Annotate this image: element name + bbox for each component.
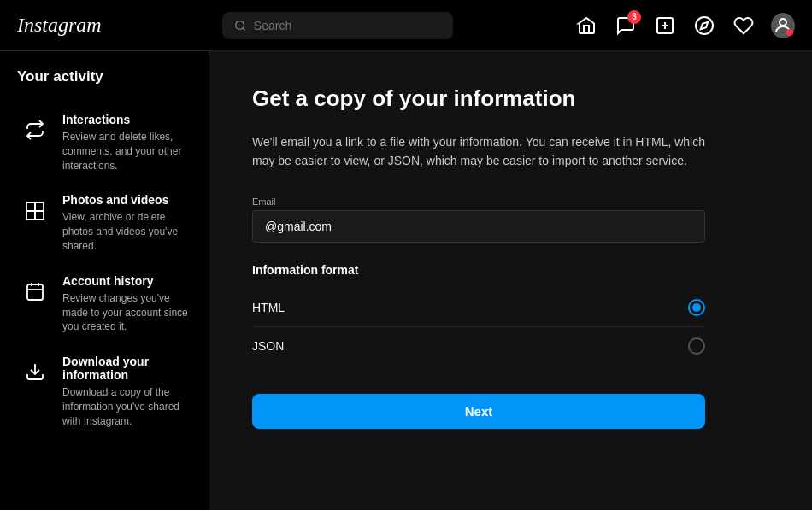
instagram-logo: Instagram [17, 14, 102, 37]
svg-point-0 [236, 21, 244, 29]
svg-point-4 [696, 17, 713, 34]
heart-button[interactable] [732, 14, 756, 38]
account-history-desc: Review changes you've made to your accou… [62, 291, 191, 334]
messages-badge: 3 [627, 10, 641, 24]
json-radio-button[interactable] [688, 337, 705, 355]
format-title: Information format [252, 263, 705, 277]
sidebar-title: Your activity [0, 68, 209, 103]
search-input[interactable] [254, 19, 441, 32]
interactions-desc: Review and delete likes, comments, and y… [62, 130, 191, 173]
svg-rect-7 [26, 202, 35, 211]
explore-button[interactable] [692, 14, 716, 38]
messages-button[interactable]: 3 [614, 14, 638, 38]
svg-rect-8 [35, 202, 44, 211]
svg-rect-10 [35, 211, 44, 220]
avatar-button[interactable] [771, 14, 795, 38]
top-nav: Instagram 3 [0, 0, 812, 51]
nav-icons: 3 [574, 14, 795, 38]
main-content: Get a copy of your information We'll ema… [209, 51, 812, 510]
notification-dot [786, 29, 793, 36]
sidebar-item-photos-videos[interactable]: Photos and videos View, archive or delet… [0, 183, 209, 263]
format-section: Information format HTML JSON [252, 263, 705, 365]
sidebar-item-account-history[interactable]: Account history Review changes you've ma… [0, 264, 209, 344]
html-radio-option[interactable]: HTML [252, 289, 705, 327]
account-history-title: Account history [62, 274, 191, 288]
svg-rect-11 [27, 284, 43, 300]
search-icon [234, 19, 247, 32]
content-description: We'll email you a link to a file with yo… [252, 132, 705, 171]
download-desc: Download a copy of the information you'v… [62, 385, 191, 428]
svg-point-6 [780, 19, 786, 26]
home-button[interactable] [574, 14, 598, 38]
html-label: HTML [252, 301, 285, 314]
email-label: Email [252, 196, 705, 207]
photos-videos-desc: View, archive or delete photos and video… [62, 210, 191, 253]
json-radio-option[interactable]: JSON [252, 327, 705, 365]
svg-marker-5 [701, 21, 708, 28]
json-label: JSON [252, 339, 284, 353]
download-icon [20, 356, 50, 387]
new-post-button[interactable] [653, 14, 677, 38]
search-bar[interactable] [222, 12, 453, 39]
interactions-title: Interactions [62, 113, 191, 126]
sidebar-item-download[interactable]: Download your information Download a cop… [0, 344, 209, 438]
interactions-icon [20, 114, 50, 145]
email-field-group: Email [252, 196, 705, 243]
account-history-icon [20, 276, 50, 307]
sidebar: Your activity Interactions Review and de… [0, 51, 209, 510]
download-title: Download your information [62, 355, 191, 382]
next-button[interactable]: Next [252, 394, 705, 429]
photos-videos-icon [20, 195, 50, 226]
svg-rect-9 [26, 211, 35, 220]
main-layout: Your activity Interactions Review and de… [0, 51, 812, 510]
page-title: Get a copy of your information [252, 85, 769, 112]
email-input[interactable] [252, 210, 705, 243]
html-radio-button[interactable] [688, 299, 705, 316]
sidebar-item-interactions[interactable]: Interactions Review and delete likes, co… [0, 103, 209, 183]
photos-videos-title: Photos and videos [62, 193, 191, 207]
